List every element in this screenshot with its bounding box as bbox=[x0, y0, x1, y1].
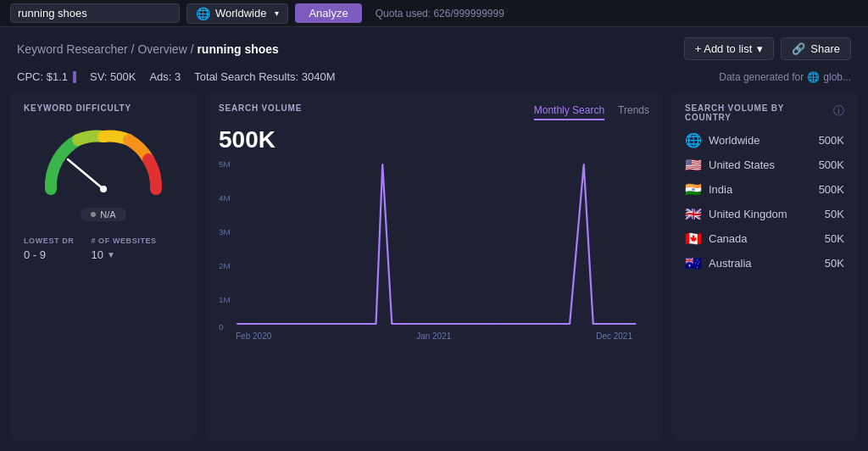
cpc-metric: CPC: $1.1 bbox=[17, 70, 76, 83]
country-volume: 500K bbox=[819, 159, 844, 171]
country-left: 🇨🇦 Canada bbox=[685, 231, 748, 247]
country-volume: 50K bbox=[825, 232, 844, 245]
kd-bottom: LOWEST DR 0 - 9 # OF WEBSITES 10 ▼ bbox=[24, 237, 183, 261]
country-name: Worldwide bbox=[709, 134, 760, 147]
chevron-down-icon: ▾ bbox=[275, 8, 279, 18]
breadcrumb-path: Keyword Researcher / Overview / bbox=[17, 42, 194, 56]
chart-label-dec2021: Dec 2021 bbox=[596, 331, 632, 341]
country-item: 🇮🇳 India 500K bbox=[685, 181, 844, 198]
country-name: United States bbox=[709, 159, 775, 171]
share-button[interactable]: 🔗 Share bbox=[781, 37, 851, 60]
country-name: United Kingdom bbox=[709, 208, 787, 220]
region-label: Worldwide bbox=[215, 7, 266, 19]
add-to-list-button[interactable]: + Add to list ▾ bbox=[684, 37, 775, 60]
add-to-list-label: + Add to list bbox=[695, 42, 753, 55]
country-flag: 🇺🇸 bbox=[685, 157, 702, 173]
country-item: 🇦🇺 Australia 50K bbox=[685, 255, 844, 271]
sv-header: SEARCH VOLUME Monthly Search Trends bbox=[219, 103, 649, 121]
quota-label: Quota used: 626/999999999 bbox=[376, 8, 504, 19]
globe-icon: 🌐 bbox=[196, 7, 210, 20]
topbar: 🌐 Worldwide ▾ Analyze Quota used: 626/99… bbox=[0, 0, 868, 27]
search-input[interactable] bbox=[10, 3, 180, 23]
breadcrumb: Keyword Researcher / Overview / running … bbox=[17, 42, 279, 56]
country-item: 🇺🇸 United States 500K bbox=[685, 157, 844, 173]
search-volume-by-country-card: SEARCH VOLUME BY COUNTRY ⓘ 🌐 Worldwide 5… bbox=[671, 92, 858, 441]
search-volume-card: SEARCH VOLUME Monthly Search Trends 500K… bbox=[205, 92, 663, 441]
keyword-difficulty-card: KEYWORD DIFFICULTY bbox=[10, 92, 197, 441]
main-content: KEYWORD DIFFICULTY bbox=[0, 92, 868, 441]
chart-svg: 5M 4M 3M 2M 1M 0 bbox=[219, 160, 649, 330]
svg-text:2M: 2M bbox=[219, 261, 231, 270]
num-websites: # OF WEBSITES 10 ▼ bbox=[91, 237, 156, 261]
kd-title: KEYWORD DIFFICULTY bbox=[24, 103, 183, 113]
sv-metric: SV: 500K bbox=[90, 70, 136, 83]
na-dot bbox=[91, 212, 96, 217]
region-selector[interactable]: 🌐 Worldwide ▾ bbox=[186, 3, 288, 24]
chart-label-feb2020: Feb 2020 bbox=[236, 331, 271, 341]
country-list: 🌐 Worldwide 500K 🇺🇸 United States 500K 🇮… bbox=[685, 132, 844, 271]
share-icon: 🔗 bbox=[792, 42, 805, 55]
chart-area: 5M 4M 3M 2M 1M 0 bbox=[219, 160, 649, 330]
gauge-na-badge: N/A bbox=[81, 208, 125, 221]
country-name: Australia bbox=[709, 257, 752, 270]
svg-text:3M: 3M bbox=[219, 227, 231, 236]
country-name: Canada bbox=[709, 232, 748, 245]
ads-metric: Ads: 3 bbox=[149, 70, 181, 83]
country-left: 🇬🇧 United Kingdom bbox=[685, 206, 787, 222]
country-flag: 🇦🇺 bbox=[685, 255, 702, 271]
lowest-dr: LOWEST DR 0 - 9 bbox=[24, 237, 74, 261]
country-header: SEARCH VOLUME BY COUNTRY ⓘ bbox=[685, 103, 844, 122]
country-left: 🌐 Worldwide bbox=[685, 132, 760, 148]
svg-text:0: 0 bbox=[219, 322, 224, 330]
svg-text:4M: 4M bbox=[219, 193, 231, 202]
breadcrumb-actions: + Add to list ▾ 🔗 Share bbox=[684, 37, 851, 60]
chart-x-labels: Feb 2020 Jan 2021 Dec 2021 bbox=[219, 330, 649, 341]
sv-title: SEARCH VOLUME bbox=[219, 103, 302, 113]
country-flag: 🌐 bbox=[685, 132, 702, 148]
breadcrumb-row: Keyword Researcher / Overview / running … bbox=[0, 27, 868, 67]
globe-small-icon: 🌐 bbox=[807, 71, 820, 83]
tab-monthly-search[interactable]: Monthly Search bbox=[534, 104, 604, 120]
metrics-row: CPC: $1.1 SV: 500K Ads: 3 Total Search R… bbox=[0, 67, 868, 92]
country-card-title: SEARCH VOLUME BY COUNTRY bbox=[685, 103, 833, 122]
info-icon[interactable]: ⓘ bbox=[833, 103, 844, 119]
country-volume: 50K bbox=[825, 257, 844, 270]
svg-text:5M: 5M bbox=[219, 160, 231, 169]
country-volume: 500K bbox=[819, 183, 844, 196]
sv-tabs: Monthly Search Trends bbox=[534, 104, 649, 120]
svg-line-0 bbox=[68, 159, 103, 189]
gauge-container bbox=[36, 121, 171, 198]
gauge-svg bbox=[36, 121, 171, 198]
breadcrumb-keyword: running shoes bbox=[197, 42, 278, 56]
country-volume: 500K bbox=[819, 134, 844, 147]
chevron-down-icon: ▾ bbox=[757, 42, 763, 55]
country-item: 🌐 Worldwide 500K bbox=[685, 132, 844, 148]
share-label: Share bbox=[810, 42, 840, 55]
country-item: 🇨🇦 Canada 50K bbox=[685, 231, 844, 247]
total-metric: Total Search Results: 3040M bbox=[194, 70, 335, 83]
country-item: 🇬🇧 United Kingdom 50K bbox=[685, 206, 844, 222]
country-left: 🇺🇸 United States bbox=[685, 157, 775, 173]
country-flag: 🇬🇧 bbox=[685, 206, 702, 222]
svg-text:1M: 1M bbox=[219, 295, 231, 303]
data-generated: Data generated for 🌐 glob... bbox=[719, 71, 851, 83]
arrow-down-icon: ▼ bbox=[107, 250, 115, 259]
cpc-bar bbox=[73, 71, 76, 83]
svg-point-1 bbox=[100, 186, 107, 192]
tab-trends[interactable]: Trends bbox=[618, 104, 649, 120]
country-left: 🇦🇺 Australia bbox=[685, 255, 752, 271]
country-left: 🇮🇳 India bbox=[685, 181, 732, 198]
sv-value: 500K bbox=[219, 126, 649, 153]
country-volume: 50K bbox=[825, 208, 844, 220]
country-flag: 🇨🇦 bbox=[685, 231, 702, 247]
analyze-button[interactable]: Analyze bbox=[295, 3, 361, 23]
country-flag: 🇮🇳 bbox=[685, 181, 702, 198]
country-name: India bbox=[709, 183, 732, 196]
chart-label-jan2021: Jan 2021 bbox=[416, 331, 451, 341]
